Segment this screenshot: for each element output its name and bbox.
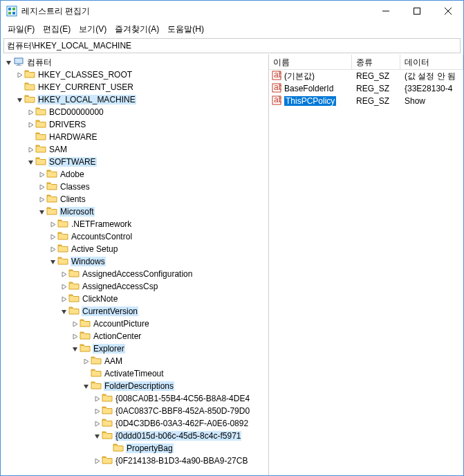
- tree-node[interactable]: PropertyBag: [1, 442, 268, 455]
- expand-icon[interactable]: [92, 421, 102, 427]
- collapse-icon[interactable]: [48, 259, 57, 265]
- svg-rect-10: [17, 64, 20, 65]
- maximize-button[interactable]: [401, 1, 432, 21]
- tree-node[interactable]: FolderDescriptions: [1, 380, 268, 392]
- folder-icon: [91, 381, 104, 392]
- menu-favorites[interactable]: 즐겨찾기(A): [112, 22, 162, 37]
- collapse-icon[interactable]: [37, 209, 46, 215]
- col-type[interactable]: 종류: [352, 55, 400, 69]
- value-name: ThisPCPolicy: [284, 96, 336, 106]
- tree-node[interactable]: {0D4C3DB6-03A3-462F-A0E6-0892: [1, 417, 268, 430]
- collapse-icon[interactable]: [81, 383, 91, 390]
- expand-icon[interactable]: [37, 172, 46, 178]
- tree-node[interactable]: Adobe: [1, 168, 268, 181]
- list-body[interactable]: ab(기본값)REG_SZ(값 설정 안 됨abBaseFolderIdREG_…: [269, 70, 463, 475]
- tree-node[interactable]: {0ddd015d-b06c-45d5-8c4c-f5971: [1, 430, 268, 442]
- tree-node[interactable]: ClickNote: [1, 293, 268, 305]
- tree-node[interactable]: Classes: [1, 181, 268, 193]
- expand-icon[interactable]: [26, 147, 35, 153]
- menu-view[interactable]: 보기(V): [76, 22, 109, 37]
- collapse-icon[interactable]: [92, 433, 102, 439]
- tree-node-label: {0AC0837C-BBF8-452A-850D-79D0: [115, 406, 250, 416]
- tree-node[interactable]: AssignedAccessCsp: [1, 280, 268, 293]
- minimize-button[interactable]: [370, 1, 401, 21]
- folder-icon: [35, 131, 48, 143]
- tree-node[interactable]: SOFTWARE: [1, 156, 268, 168]
- address-text: 컴퓨터\HKEY_LOCAL_MACHINE: [7, 40, 131, 52]
- tree-node-label: CurrentVersion: [82, 306, 138, 316]
- expand-icon[interactable]: [92, 458, 102, 464]
- tree-node[interactable]: DRIVERS: [1, 118, 268, 131]
- list-header: 이름 종류 데이터: [269, 55, 463, 70]
- address-bar[interactable]: 컴퓨터\HKEY_LOCAL_MACHINE: [3, 38, 461, 53]
- collapse-icon[interactable]: [59, 309, 68, 315]
- tree-node[interactable]: .NETFramework: [1, 218, 268, 230]
- expand-icon[interactable]: [15, 72, 24, 78]
- tree-node[interactable]: {0AC0837C-BBF8-452A-850D-79D0: [1, 405, 268, 417]
- tree-node[interactable]: HKEY_CURRENT_USER: [1, 81, 268, 93]
- folder-icon: [80, 331, 93, 342]
- expand-icon[interactable]: [48, 246, 57, 253]
- tree-node[interactable]: Windows: [1, 255, 268, 268]
- folder-icon: [68, 293, 82, 305]
- tree-node[interactable]: HARDWARE: [1, 131, 268, 143]
- collapse-icon[interactable]: [70, 346, 80, 352]
- tree-node[interactable]: Clients: [1, 193, 268, 205]
- tree-node[interactable]: AccountPicture: [1, 318, 268, 330]
- tree-node[interactable]: AAM: [1, 355, 268, 367]
- folder-icon: [57, 244, 71, 255]
- tree-node[interactable]: Active Setup: [1, 243, 268, 255]
- expand-icon[interactable]: [70, 321, 80, 327]
- collapse-icon[interactable]: [15, 97, 24, 103]
- expand-icon[interactable]: [26, 109, 35, 116]
- menu-help[interactable]: 도움말(H): [165, 22, 207, 37]
- tree-node[interactable]: CurrentVersion: [1, 305, 268, 318]
- tree-node[interactable]: Microsoft: [1, 205, 268, 218]
- expand-icon[interactable]: [70, 333, 80, 340]
- collapse-icon[interactable]: [3, 60, 13, 66]
- tree-node[interactable]: SAM: [1, 143, 268, 156]
- tree-node[interactable]: 컴퓨터: [1, 56, 268, 68]
- tree-node[interactable]: AccountsControl: [1, 230, 268, 243]
- col-name[interactable]: 이름: [269, 55, 352, 69]
- expand-icon[interactable]: [48, 221, 57, 228]
- tree-node[interactable]: BCD00000000: [1, 106, 268, 118]
- expand-icon[interactable]: [48, 234, 57, 240]
- expand-icon[interactable]: [81, 358, 91, 365]
- tree-node-label: HARDWARE: [48, 132, 98, 142]
- value-row[interactable]: abBaseFolderIdREG_SZ{33E28130-4: [269, 82, 463, 95]
- value-pane: 이름 종류 데이터 ab(기본값)REG_SZ(값 설정 안 됨abBaseFo…: [269, 55, 463, 475]
- expand-icon[interactable]: [37, 196, 46, 203]
- expand-icon[interactable]: [92, 408, 102, 414]
- tree-node[interactable]: ActionCenter: [1, 330, 268, 342]
- tree-node-label: Classes: [59, 182, 91, 192]
- tree-node[interactable]: {0F214138-B1D3-4a90-BBA9-27CB: [1, 455, 268, 467]
- close-button[interactable]: [432, 1, 463, 21]
- tree-node[interactable]: HKEY_LOCAL_MACHINE: [1, 93, 268, 106]
- menu-edit[interactable]: 편집(E): [40, 22, 73, 37]
- value-data: Show: [400, 96, 463, 106]
- tree-node[interactable]: ActivateTimeout: [1, 367, 268, 380]
- tree-view[interactable]: 컴퓨터HKEY_CLASSES_ROOTHKEY_CURRENT_USERHKE…: [1, 55, 269, 475]
- tree-node[interactable]: HKEY_CLASSES_ROOT: [1, 68, 268, 81]
- col-data[interactable]: 데이터: [400, 55, 463, 69]
- folder-icon: [35, 119, 48, 131]
- expand-icon[interactable]: [26, 122, 35, 128]
- tree-node[interactable]: AssignedAccessConfiguration: [1, 268, 268, 280]
- folder-icon: [102, 418, 115, 430]
- menu-file[interactable]: 파일(F): [5, 22, 37, 37]
- computer-icon: [13, 57, 26, 68]
- value-row[interactable]: abThisPCPolicyREG_SZShow: [269, 95, 463, 107]
- tree-node[interactable]: {008CA0B1-55B4-4C56-B8A8-4DE4: [1, 392, 268, 405]
- expand-icon[interactable]: [59, 284, 68, 290]
- value-row[interactable]: ab(기본값)REG_SZ(값 설정 안 됨: [269, 70, 463, 82]
- expand-icon[interactable]: [92, 396, 102, 402]
- tree-node[interactable]: Explorer: [1, 342, 268, 355]
- svg-rect-9: [15, 58, 23, 64]
- folder-icon: [46, 206, 59, 218]
- expand-icon[interactable]: [59, 271, 68, 277]
- folder-icon: [91, 368, 104, 380]
- expand-icon[interactable]: [59, 296, 68, 302]
- collapse-icon[interactable]: [26, 159, 35, 165]
- expand-icon[interactable]: [37, 184, 46, 190]
